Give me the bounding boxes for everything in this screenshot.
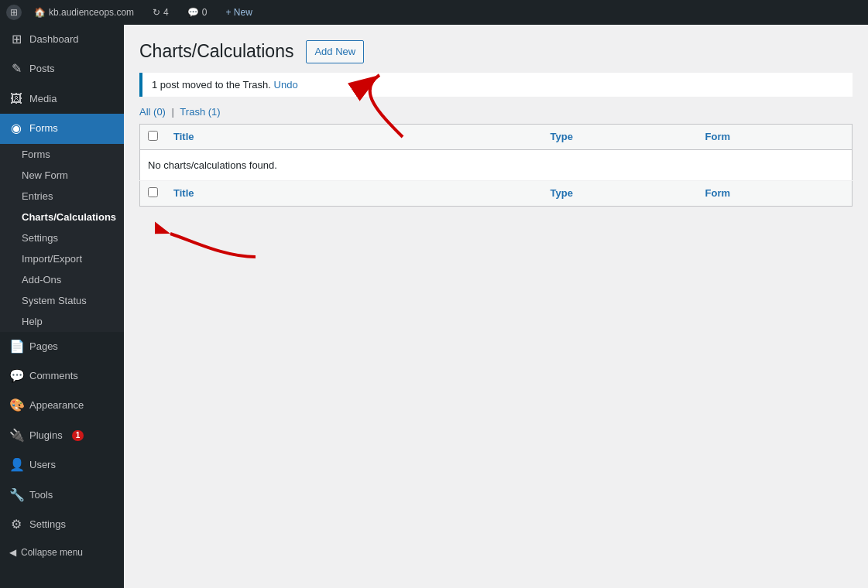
submenu-item-help[interactable]: Help xyxy=(0,311,124,332)
sidebar-item-media[interactable]: 🖼 Media xyxy=(0,84,124,114)
media-icon: 🖼 xyxy=(9,91,23,108)
col-type-footer[interactable]: Type xyxy=(543,180,698,206)
dashboard-icon: ⊞ xyxy=(9,31,23,48)
pages-icon: 📄 xyxy=(9,338,23,355)
undo-link[interactable]: Undo xyxy=(274,79,298,91)
sidebar-item-forms[interactable]: ◉ Forms xyxy=(0,114,124,143)
submenu-item-charts[interactable]: Charts/Calculations xyxy=(0,207,124,227)
comments-icon: 💬 xyxy=(9,368,23,385)
updates-icon: ↻ xyxy=(153,7,160,18)
col-checkbox-footer[interactable] xyxy=(140,180,166,206)
col-title-header[interactable]: Title xyxy=(166,124,543,149)
posts-icon: ✎ xyxy=(9,60,23,77)
select-all-footer-checkbox[interactable] xyxy=(148,187,158,197)
col-type-header[interactable]: Type xyxy=(543,124,698,149)
collapse-menu-button[interactable]: ◀ Collapse menu xyxy=(0,539,124,566)
admin-bar-updates[interactable]: ↻ 4 xyxy=(146,0,175,25)
notice-bar: 1 post moved to the Trash. Undo xyxy=(139,73,853,97)
page-header: Charts/Calculations Add New xyxy=(139,40,853,63)
wp-logo-icon[interactable]: ⊞ xyxy=(6,5,22,20)
home-icon: 🏠 xyxy=(34,7,46,18)
sidebar-item-tools[interactable]: 🔧 Tools xyxy=(0,480,124,510)
sidebar-item-settings[interactable]: ⚙ Settings xyxy=(0,510,124,539)
charts-table: Title Type Form No charts/calculations f… xyxy=(139,124,853,207)
sidebar-item-plugins[interactable]: 🔌 Plugins 1 xyxy=(0,421,124,450)
forms-submenu: Forms New Form Entries Charts/Calculatio… xyxy=(0,144,124,332)
empty-message: No charts/calculations found. xyxy=(140,149,853,180)
comments-icon: 💬 xyxy=(187,7,199,18)
sidebar-item-appearance[interactable]: 🎨 Appearance xyxy=(0,391,124,420)
submenu-item-settings[interactable]: Settings xyxy=(0,227,124,248)
users-icon: 👤 xyxy=(9,456,23,473)
add-new-button[interactable]: Add New xyxy=(306,40,364,63)
tools-icon: 🔧 xyxy=(9,487,23,504)
filter-all-link[interactable]: All (0) xyxy=(139,106,166,118)
sidebar: ⊞ Dashboard ✎ Posts 🖼 Media ◉ Forms Form… xyxy=(0,25,124,588)
submenu-item-import-export[interactable]: Import/Export xyxy=(0,248,124,269)
col-checkbox-header[interactable] xyxy=(140,124,166,149)
sidebar-item-posts[interactable]: ✎ Posts xyxy=(0,54,124,84)
settings-icon: ⚙ xyxy=(9,516,23,533)
submenu-item-addons[interactable]: Add-Ons xyxy=(0,269,124,290)
filter-trash-link[interactable]: Trash (1) xyxy=(180,106,220,118)
main-layout: ⊞ Dashboard ✎ Posts 🖼 Media ◉ Forms Form… xyxy=(0,25,868,588)
table-header-row: Title Type Form xyxy=(140,124,853,149)
content-area: Charts/Calculations Add New 1 post moved… xyxy=(124,25,868,588)
sidebar-item-users[interactable]: 👤 Users xyxy=(0,450,124,480)
plugins-badge: 1 xyxy=(72,430,84,441)
admin-bar-comments[interactable]: 💬 0 xyxy=(181,0,214,25)
sidebar-item-dashboard[interactable]: ⊞ Dashboard xyxy=(0,25,124,54)
arrow-annotation-2 xyxy=(155,203,263,272)
plugins-icon: 🔌 xyxy=(9,427,23,444)
col-title-footer[interactable]: Title xyxy=(166,180,543,206)
table-empty-row: No charts/calculations found. xyxy=(140,149,853,180)
admin-bar: ⊞ 🏠 kb.audienceops.com ↻ 4 💬 0 + New xyxy=(0,0,868,25)
col-form-header[interactable]: Form xyxy=(698,124,853,149)
page-title: Charts/Calculations xyxy=(139,41,293,62)
admin-bar-site[interactable]: 🏠 kb.audienceops.com xyxy=(28,0,140,25)
sidebar-item-comments[interactable]: 💬 Comments xyxy=(0,361,124,391)
submenu-item-new-form[interactable]: New Form xyxy=(0,165,124,186)
forms-icon: ◉ xyxy=(9,120,23,137)
submenu-item-forms[interactable]: Forms xyxy=(0,144,124,165)
admin-bar-new[interactable]: + New xyxy=(219,0,258,25)
table-footer-row: Title Type Form xyxy=(140,180,853,206)
filter-bar: All (0) | Trash (1) xyxy=(139,106,853,118)
collapse-icon: ◀ xyxy=(9,547,16,558)
submenu-item-system-status[interactable]: System Status xyxy=(0,290,124,311)
select-all-checkbox[interactable] xyxy=(148,131,158,141)
sidebar-item-pages[interactable]: 📄 Pages xyxy=(0,332,124,361)
appearance-icon: 🎨 xyxy=(9,397,23,414)
submenu-item-entries[interactable]: Entries xyxy=(0,186,124,207)
col-form-footer[interactable]: Form xyxy=(698,180,853,206)
